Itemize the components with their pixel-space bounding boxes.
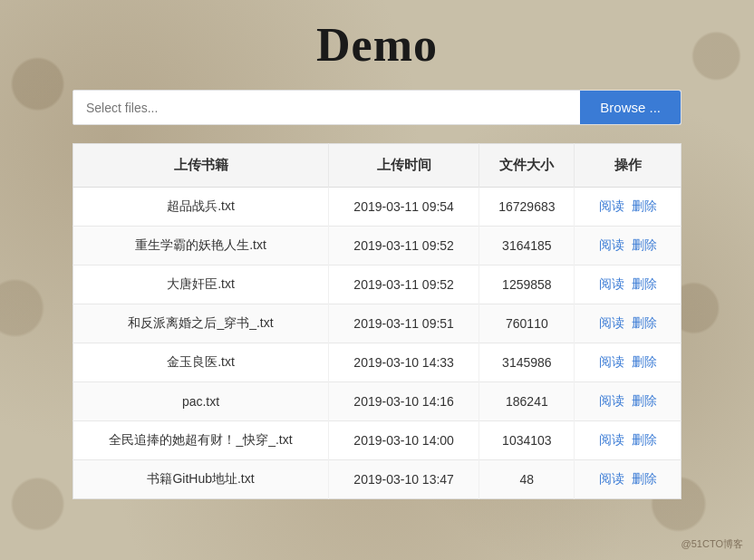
read-link[interactable]: 阅读 (599, 432, 624, 447)
delete-link[interactable]: 删除 (632, 237, 657, 252)
cell-filename: 全民追捧的她超有财！_快穿_.txt (73, 421, 329, 460)
col-header-action: 操作 (575, 144, 682, 188)
cell-time: 2019-03-11 09:51 (329, 304, 479, 343)
table-row: 和反派离婚之后_穿书_.txt2019-03-11 09:51760110阅读删… (73, 304, 682, 343)
cell-size: 48 (479, 460, 575, 499)
delete-link[interactable]: 删除 (632, 276, 657, 291)
cell-action: 阅读删除 (575, 460, 682, 499)
cell-size: 186241 (479, 382, 575, 421)
cell-filename: 重生学霸的妖艳人生.txt (73, 227, 329, 266)
cell-action: 阅读删除 (575, 343, 682, 382)
cell-time: 2019-03-11 09:54 (329, 188, 479, 227)
cell-action: 阅读删除 (575, 421, 682, 460)
delete-link[interactable]: 删除 (632, 315, 657, 330)
cell-size: 3145986 (479, 343, 575, 382)
cell-size: 1034103 (479, 421, 575, 460)
cell-time: 2019-03-10 13:47 (329, 460, 479, 499)
table-row: pac.txt2019-03-10 14:16186241阅读删除 (73, 382, 682, 421)
watermark: @51CTO博客 (682, 537, 743, 551)
cell-size: 760110 (479, 304, 575, 343)
cell-filename: 大唐奸臣.txt (73, 266, 329, 304)
table-row: 全民追捧的她超有财！_快穿_.txt2019-03-10 14:00103410… (73, 421, 682, 460)
cell-time: 2019-03-10 14:33 (329, 343, 479, 382)
delete-link[interactable]: 删除 (632, 432, 657, 447)
table-row: 金玉良医.txt2019-03-10 14:333145986阅读删除 (73, 343, 682, 382)
read-link[interactable]: 阅读 (599, 354, 624, 369)
cell-size: 3164185 (479, 227, 575, 266)
col-header-size: 文件大小 (479, 144, 575, 188)
cell-filename: 和反派离婚之后_穿书_.txt (73, 304, 329, 343)
read-link[interactable]: 阅读 (599, 471, 624, 486)
browse-button[interactable]: Browse ... (580, 91, 681, 124)
col-header-time: 上传时间 (329, 144, 479, 188)
cell-action: 阅读删除 (575, 382, 682, 421)
table-row: 书籍GitHub地址.txt2019-03-10 13:4748阅读删除 (73, 460, 682, 499)
cell-time: 2019-03-10 14:16 (329, 382, 479, 421)
cell-action: 阅读删除 (575, 304, 682, 343)
cell-size: 16729683 (479, 188, 575, 227)
cell-filename: pac.txt (73, 382, 329, 421)
read-link[interactable]: 阅读 (599, 198, 624, 213)
table-row: 超品战兵.txt2019-03-11 09:5416729683阅读删除 (73, 188, 682, 227)
cell-filename: 金玉良医.txt (73, 343, 329, 382)
delete-link[interactable]: 删除 (632, 198, 657, 213)
read-link[interactable]: 阅读 (599, 315, 624, 330)
cell-action: 阅读删除 (575, 188, 682, 227)
delete-link[interactable]: 删除 (632, 354, 657, 369)
cell-action: 阅读删除 (575, 227, 682, 266)
read-link[interactable]: 阅读 (599, 393, 624, 408)
file-table: 上传书籍 上传时间 文件大小 操作 超品战兵.txt2019-03-11 09:… (72, 143, 682, 499)
delete-link[interactable]: 删除 (632, 393, 657, 408)
table-row: 重生学霸的妖艳人生.txt2019-03-11 09:523164185阅读删除 (73, 227, 682, 266)
cell-filename: 超品战兵.txt (73, 188, 329, 227)
cell-time: 2019-03-11 09:52 (329, 227, 479, 266)
cell-action: 阅读删除 (575, 266, 682, 304)
table-header-row: 上传书籍 上传时间 文件大小 操作 (73, 144, 682, 188)
col-header-name: 上传书籍 (73, 144, 329, 188)
cell-size: 1259858 (479, 266, 575, 304)
delete-link[interactable]: 删除 (632, 471, 657, 486)
read-link[interactable]: 阅读 (599, 237, 624, 252)
table-row: 大唐奸臣.txt2019-03-11 09:521259858阅读删除 (73, 266, 682, 304)
page-container: Demo Browse ... 上传书籍 上传时间 文件大小 操作 超品战兵.t… (0, 0, 754, 526)
cell-time: 2019-03-10 14:00 (329, 421, 479, 460)
read-link[interactable]: 阅读 (599, 276, 624, 291)
cell-filename: 书籍GitHub地址.txt (73, 460, 329, 499)
page-title: Demo (72, 18, 682, 72)
cell-time: 2019-03-11 09:52 (329, 266, 479, 304)
upload-bar: Browse ... (72, 90, 682, 125)
file-input[interactable] (73, 91, 580, 124)
